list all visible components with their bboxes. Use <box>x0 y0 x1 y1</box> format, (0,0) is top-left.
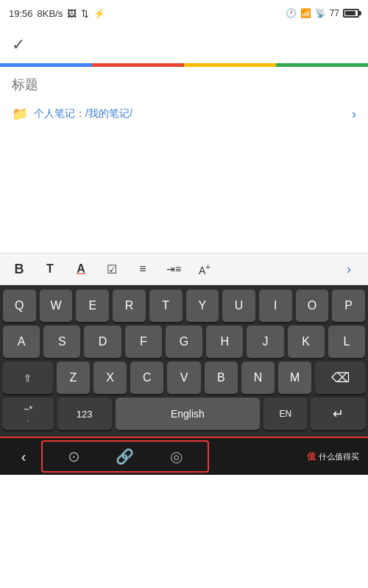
key-l[interactable]: L <box>328 326 365 358</box>
bold-button[interactable]: B <box>6 257 32 281</box>
folder-left: 📁 个人笔记：/我的笔记/ <box>12 106 132 122</box>
status-right: 🕐 📶 📡 77 <box>286 8 359 18</box>
format-toolbar: B T A ☑ ≡ ⇥≡ A+ › <box>0 253 368 285</box>
key-x[interactable]: X <box>93 362 127 394</box>
folder-icon: 📁 <box>12 106 28 122</box>
folder-navigate-arrow[interactable]: › <box>352 107 356 122</box>
key-y[interactable]: Y <box>186 290 219 322</box>
key-v[interactable]: V <box>167 362 200 394</box>
time-display: 19:56 <box>9 8 33 19</box>
key-g[interactable]: G <box>166 326 202 358</box>
key-h[interactable]: H <box>206 326 243 358</box>
status-bar: 19:56 8KB/s 🖼 ⇅ ⚡ 🕐 📶 📡 77 <box>0 0 368 26</box>
confirm-button[interactable]: ✓ <box>12 35 25 54</box>
title-icon: T <box>46 262 54 276</box>
key-d[interactable]: D <box>84 326 121 358</box>
brand-container: 值 什么值得买 <box>209 451 362 463</box>
clock-icon: 🕐 <box>286 8 297 18</box>
key-a[interactable]: A <box>3 326 40 358</box>
checkbox-icon: ☑ <box>107 262 117 276</box>
note-area: 📁 个人笔记：/我的笔记/ › <box>0 67 368 128</box>
checkbox-button[interactable]: ☑ <box>99 257 125 281</box>
network-speed: 8KB/s <box>38 8 63 19</box>
key-numeric[interactable]: 123 <box>57 398 112 430</box>
brand-icon: 值 <box>307 451 316 463</box>
title-button[interactable]: T <box>37 257 63 281</box>
key-u[interactable]: U <box>222 290 255 322</box>
note-title-input[interactable] <box>12 67 356 100</box>
image-icon: 🖼 <box>67 8 77 19</box>
key-q[interactable]: Q <box>3 290 36 322</box>
attachment-button[interactable]: 🔗 <box>116 448 134 465</box>
wifi-icon: 📶 <box>300 8 311 18</box>
list-icon: ≡ <box>139 262 146 276</box>
keyboard: Q W E R T Y U I O P A S D F G H J K L ⇧ … <box>0 285 368 437</box>
key-enter[interactable]: ↵ <box>311 398 365 430</box>
key-j[interactable]: J <box>247 326 283 358</box>
list-button[interactable]: ≡ <box>130 257 156 281</box>
keyboard-row-4: ~* . 123 English EN ↵ <box>3 398 365 430</box>
key-symbols[interactable]: ~* . <box>3 398 54 430</box>
key-s[interactable]: S <box>43 326 80 358</box>
key-n[interactable]: N <box>241 362 275 394</box>
key-o[interactable]: O <box>296 290 329 322</box>
key-p[interactable]: P <box>332 290 365 322</box>
battery-percent: 77 <box>330 8 339 18</box>
folder-path: 个人笔记：/我的笔记/ <box>34 107 132 121</box>
key-t[interactable]: T <box>149 290 183 322</box>
back-button-container: ‹ <box>6 448 41 465</box>
symbols-dot: . <box>27 415 29 423</box>
usb-icon: ⚡ <box>93 8 105 19</box>
font-size-icon: A+ <box>199 262 210 276</box>
more-icon: › <box>347 262 351 277</box>
keyboard-row-3: ⇧ Z X C V B N M ⌫ <box>3 362 365 394</box>
note-content-area[interactable] <box>0 128 368 253</box>
key-language[interactable]: EN <box>263 398 307 430</box>
brand-label: 什么值得买 <box>319 451 359 462</box>
status-left: 19:56 8KB/s 🖼 ⇅ ⚡ <box>9 8 105 19</box>
key-z[interactable]: Z <box>57 362 90 394</box>
underline-a-icon: A <box>77 262 85 276</box>
key-space[interactable]: English <box>116 398 261 430</box>
camera-button[interactable]: ⊙ <box>68 448 80 465</box>
key-c[interactable]: C <box>130 362 163 394</box>
app-bar: ✓ <box>0 26 368 63</box>
indent-button[interactable]: ⇥≡ <box>160 257 187 281</box>
back-button[interactable]: ‹ <box>21 448 26 465</box>
color-button[interactable]: A <box>68 257 94 281</box>
key-k[interactable]: K <box>288 326 325 358</box>
microphone-button[interactable]: ◎ <box>170 448 183 465</box>
battery-icon <box>343 9 359 18</box>
signal-icon: 📡 <box>315 8 326 18</box>
action-icons-container: ⊙ 🔗 ◎ <box>41 440 209 473</box>
key-b[interactable]: B <box>205 362 238 394</box>
symbols-top: ~* <box>24 404 33 415</box>
key-e[interactable]: E <box>76 290 109 322</box>
key-shift[interactable]: ⇧ <box>3 362 53 394</box>
key-w[interactable]: W <box>40 290 73 322</box>
font-size-button[interactable]: A+ <box>191 257 218 281</box>
sync-icon: ⇅ <box>81 8 89 19</box>
keyboard-row-1: Q W E R T Y U I O P <box>3 290 365 322</box>
keyboard-row-2: A S D F G H J K L <box>3 326 365 358</box>
more-format-button[interactable]: › <box>336 257 362 281</box>
key-f[interactable]: F <box>125 326 162 358</box>
key-r[interactable]: R <box>113 290 146 322</box>
bottom-nav-bar: ‹ ⊙ 🔗 ◎ 值 什么值得买 <box>0 437 368 475</box>
note-folder[interactable]: 📁 个人笔记：/我的笔记/ › <box>12 100 356 128</box>
key-backspace[interactable]: ⌫ <box>315 362 365 394</box>
indent-icon: ⇥≡ <box>166 263 181 275</box>
key-i[interactable]: I <box>259 290 292 322</box>
key-m[interactable]: M <box>278 362 311 394</box>
